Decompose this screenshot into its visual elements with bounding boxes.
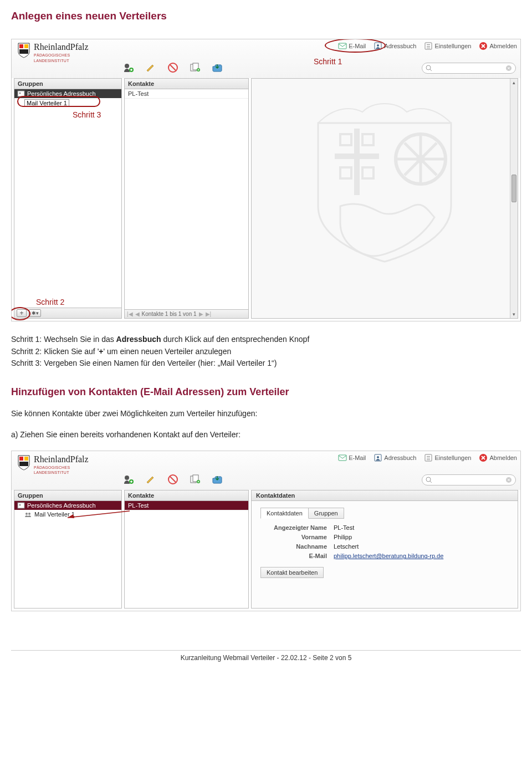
group-mail-verteiler-1[interactable]: Mail Verteiler 1 — [14, 98, 121, 108]
contact-pltest-2[interactable]: PL-Test — [125, 501, 248, 510]
search-input[interactable] — [422, 63, 516, 74]
svg-rect-27 — [19, 457, 23, 461]
svg-rect-22 — [362, 134, 374, 145]
add-contact-button[interactable] — [122, 62, 135, 74]
annotation-label-step2: Schritt 2 — [36, 298, 64, 306]
step2-bold: + — [99, 347, 103, 356]
nav-logout-label: Abmelden — [489, 43, 517, 49]
details-pane: ▴ ▾ — [251, 78, 518, 319]
page-footer: Kurzanleitung Webmail Verteiler - 22.02.… — [11, 650, 521, 662]
section-heading-2: Hinzufügen von Kontakten (E-Mail Adresse… — [11, 386, 521, 398]
svg-rect-24 — [362, 167, 374, 178]
pager-first[interactable]: |◀ — [127, 311, 133, 317]
step1-bold: Adressbuch — [116, 335, 161, 344]
pager-prev[interactable]: ◀ — [135, 311, 140, 317]
group-name-edit-input[interactable]: Mail Verteiler 1 — [24, 99, 69, 107]
svg-point-48 — [25, 513, 28, 515]
logo: RheinlandPfalz PÄDAGOGISCHES LANDESINSTI… — [17, 42, 89, 63]
nav-addressbook-2[interactable]: Adressbuch — [374, 453, 416, 462]
svg-point-11 — [125, 64, 129, 68]
settings-icon — [424, 42, 433, 50]
copy-contacts-button[interactable] — [189, 62, 201, 74]
scroll-up-arrow-icon[interactable]: ▴ — [510, 79, 518, 86]
nav-logout-2[interactable]: Abmelden — [479, 453, 517, 462]
search-input-2[interactable] — [422, 474, 516, 485]
contacts-header-2: Kontakte — [125, 490, 248, 501]
pager-last[interactable]: ▶| — [206, 311, 212, 317]
svg-rect-30 — [339, 455, 346, 461]
logo-sub-1: PÄDAGOGISCHES — [34, 53, 89, 58]
tab-gruppen[interactable]: Gruppen — [308, 508, 344, 519]
logo-sub-1b: PÄDAGOGISCHES — [34, 466, 89, 470]
nav-logout-label-2: Abmelden — [489, 454, 517, 461]
compose-button-2[interactable] — [145, 473, 157, 485]
nav-addressbook-label-2: Adressbuch — [384, 454, 416, 461]
contacts-pane: Kontakte PL-Test |◀ ◀ Kontakte 1 bis 1 v… — [124, 78, 249, 319]
groups-footer: + ✱▾ — [14, 308, 121, 318]
step1-suffix: durch Klick auf den entsprechenden Knopf — [161, 335, 310, 344]
clear-search-icon-2[interactable] — [505, 477, 512, 483]
field-display-value: PL-Test — [334, 524, 509, 531]
tab-kontaktdaten[interactable]: Kontaktdaten — [260, 508, 309, 519]
logo-brand-text-2: RheinlandPfalz — [34, 454, 89, 464]
three-pane-layout-2: Gruppen Persönliches Adressbuch Mail Ver… — [14, 490, 518, 609]
group-personal-addressbook-2[interactable]: Persönliches Adressbuch — [14, 501, 121, 510]
delete-button[interactable] — [167, 62, 179, 74]
groups-header: Gruppen — [14, 79, 121, 89]
nav-settings[interactable]: Einstellungen — [424, 42, 471, 50]
import-button-2[interactable] — [211, 473, 223, 485]
nav-email-2[interactable]: E-Mail — [338, 453, 366, 462]
nav-settings-2[interactable]: Einstellungen — [424, 453, 471, 462]
pager-next[interactable]: ▶ — [199, 311, 203, 317]
nav-logout[interactable]: Abmelden — [479, 42, 517, 50]
group-personal-addressbook[interactable]: Persönliches Adressbuch — [14, 89, 121, 98]
svg-rect-36 — [427, 459, 430, 460]
scroll-thumb[interactable] — [511, 175, 516, 202]
svg-point-17 — [426, 65, 431, 70]
clear-search-icon[interactable] — [505, 65, 512, 71]
details-scrollbar[interactable]: ▴ ▾ — [510, 79, 518, 318]
copy-contacts-button-2[interactable] — [189, 473, 201, 485]
logo-2: RheinlandPfalz PÄDAGOGISCHES LANDESINSTI… — [17, 454, 89, 475]
contacts-pager: |◀ ◀ Kontakte 1 bis 1 von 1 ▶ ▶| — [127, 311, 211, 317]
group-options-button[interactable]: ✱▾ — [29, 309, 41, 317]
scroll-down-arrow-icon[interactable]: ▾ — [510, 310, 518, 318]
svg-rect-3 — [339, 43, 346, 49]
svg-rect-0 — [19, 44, 23, 48]
top-nav: E-Mail Adressbuch Einstellungen Abmelden — [338, 42, 517, 50]
details-tabs: Kontaktdaten Gruppen — [260, 508, 509, 519]
field-display-label: Angezeigter Name — [260, 524, 327, 531]
svg-point-44 — [426, 477, 431, 482]
add-group-button[interactable]: + — [17, 309, 27, 317]
svg-line-50 — [68, 511, 130, 518]
step1-prefix: Schritt 1: Wechseln Sie in das — [11, 335, 116, 344]
annotation-drag-arrow — [64, 509, 131, 520]
nav-addressbook[interactable]: Adressbuch — [374, 42, 416, 50]
contacts-toolbar — [122, 62, 223, 74]
screenshot-1: RheinlandPfalz PÄDAGOGISCHES LANDESINSTI… — [11, 39, 521, 321]
email-icon — [338, 42, 347, 50]
search-icon — [426, 65, 432, 71]
edit-contact-button[interactable]: Kontakt bearbeiten — [260, 567, 324, 578]
delete-button-2[interactable] — [167, 473, 179, 485]
field-last-label: Nachname — [260, 543, 327, 550]
svg-point-32 — [377, 456, 379, 458]
logo-sub-2: LANDESINSTITUT — [34, 59, 89, 63]
annotation-label-step3: Schritt 3 — [73, 110, 101, 119]
import-button[interactable] — [211, 62, 223, 74]
intro2-text: Sie können Kontakte über zwei Möglichkei… — [11, 408, 521, 420]
screenshot-2: RheinlandPfalz PÄDAGOGISCHES LANDESINSTI… — [11, 451, 521, 611]
svg-rect-34 — [427, 456, 430, 457]
svg-rect-28 — [24, 457, 28, 461]
logout-icon-2 — [479, 453, 488, 462]
contact-pltest[interactable]: PL-Test — [125, 89, 248, 99]
svg-rect-8 — [427, 46, 430, 47]
svg-point-38 — [125, 476, 129, 480]
nav-email[interactable]: E-Mail — [338, 42, 366, 50]
field-email-value[interactable]: philipp.letschert@beratung.bildung-rp.de — [334, 553, 443, 559]
compose-button[interactable] — [145, 62, 157, 74]
add-contact-button-2[interactable] — [122, 473, 135, 485]
step-text-block: Schritt 1: Wechseln Sie in das Adressbuc… — [11, 334, 521, 370]
annotation-label-step1: Schritt 1 — [314, 57, 342, 66]
group-personal-label: Persönliches Adressbuch — [27, 90, 96, 97]
